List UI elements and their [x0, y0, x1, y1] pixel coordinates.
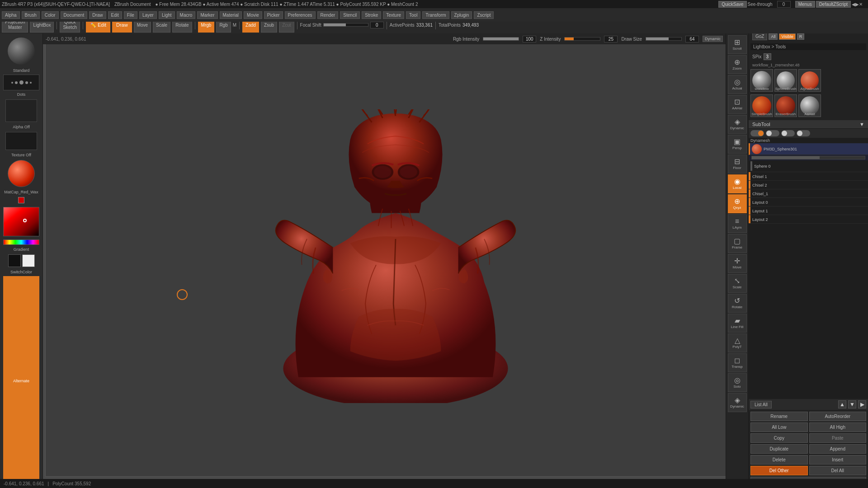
simple-brush-thumb[interactable]: SimpleBrush [750, 94, 773, 117]
floor-btn[interactable]: ⊟ Floor [728, 155, 747, 174]
z-intensity-slider[interactable] [564, 37, 600, 41]
qxyz-btn[interactable]: ⊕ Qxyz [728, 194, 747, 213]
solo-btn[interactable]: ◎ Solo [728, 373, 747, 392]
menu-movie[interactable]: Movie [244, 11, 262, 19]
subtool-item-layout2[interactable]: Layout 2 [749, 215, 868, 224]
subtool-item-pm3d[interactable]: PM3D_Sphere301 [749, 143, 868, 155]
menu-stroke[interactable]: Stroke [362, 11, 381, 19]
menu-stencil[interactable]: Stencil [340, 11, 360, 19]
all-low-button[interactable]: All Low [750, 422, 808, 432]
menu-material[interactable]: Material [220, 11, 242, 19]
menus-button[interactable]: Menus [795, 1, 815, 8]
local-btn[interactable]: ◉ Local [728, 174, 747, 193]
menu-document[interactable]: Document [61, 11, 88, 19]
r-button[interactable]: R [797, 33, 805, 40]
swatch-white[interactable] [22, 254, 35, 267]
menu-transform[interactable]: Transform [422, 11, 449, 19]
del-other-button[interactable]: Del Other [750, 466, 808, 475]
rgb-intensity-slider[interactable] [483, 37, 519, 41]
main-canvas[interactable] [43, 33, 748, 479]
scroll-btn[interactable]: ⊞ Scroll [728, 35, 747, 54]
subtool-item-chisel1[interactable]: Chisel 1 [749, 172, 868, 181]
menu-picker[interactable]: Picker [264, 11, 283, 19]
menu-alpha[interactable]: Alpha [2, 11, 20, 19]
menu-macro[interactable]: Macro [177, 11, 196, 19]
dots-preview[interactable] [3, 75, 39, 90]
rotate-vi-btn[interactable]: ↺ Rotate [728, 294, 747, 313]
swatch-black[interactable] [8, 254, 21, 267]
brush-thumb-1[interactable]: workflow [750, 69, 773, 92]
linepit-btn[interactable]: ▰ Line Fill [728, 314, 747, 333]
subtool-toggle-4[interactable] [797, 130, 810, 136]
transp-btn[interactable]: ◻ Transp [728, 353, 747, 372]
menu-texture[interactable]: Texture [383, 11, 404, 19]
color-picker[interactable] [3, 207, 39, 236]
frame-btn[interactable]: ▢ Frame [728, 234, 747, 253]
subtool-header[interactable]: SubTool ▼ [749, 120, 868, 129]
subtool-item-chisel1b[interactable]: Chisel_1 [749, 189, 868, 198]
subtool-item-chisel2[interactable]: Chisel 2 [749, 181, 868, 189]
polyt-btn[interactable]: △ PolyT [728, 333, 747, 352]
copy-button[interactable]: Copy [750, 433, 808, 443]
dynamic2-vi-btn[interactable]: ◈ Dynamic [728, 393, 747, 412]
alpha-brush-thumb[interactable]: AlphaBrush [798, 69, 821, 92]
subtool-toggle-2[interactable] [766, 130, 779, 136]
rename-button[interactable]: Rename [750, 412, 808, 421]
menu-render[interactable]: Render [317, 11, 339, 19]
menu-preferences[interactable]: Preferences [285, 11, 316, 19]
subtool-toggle-1[interactable] [750, 130, 764, 136]
delete-button[interactable]: Delete [750, 455, 808, 465]
draw-size-slider[interactable] [646, 37, 682, 41]
paste-button[interactable]: Paste [809, 433, 867, 443]
menu-zplugin[interactable]: Zplugin [451, 11, 472, 19]
aahal-brush-thumb[interactable]: AaHall [798, 94, 821, 117]
dynamic-button[interactable]: Dynamic [703, 36, 723, 42]
subtool-item-layout1[interactable]: Layout 1 [749, 206, 868, 215]
aahal-btn[interactable]: ⊡ AAHal [728, 95, 747, 114]
persp-btn[interactable]: ▣ Persp [728, 135, 747, 154]
visible-button[interactable]: Visible [779, 33, 795, 40]
zoom-btn[interactable]: ⊕ Zoom [728, 55, 747, 74]
move-vi-btn[interactable]: ✛ Move [728, 254, 747, 273]
duplicate-button[interactable]: Duplicate [750, 444, 808, 454]
list-all-button[interactable]: List All [750, 401, 772, 408]
quicksave-button[interactable]: QuickSave [718, 1, 746, 8]
menu-zscript[interactable]: Zscript [474, 11, 494, 19]
menu-edit[interactable]: Edit [108, 11, 122, 19]
all-high-button[interactable]: All High [809, 422, 867, 432]
arrow-down-button[interactable]: ▼ [848, 400, 856, 408]
alpha-preview[interactable] [5, 99, 37, 122]
menu-file[interactable]: File [124, 11, 137, 19]
matcap-preview[interactable] [8, 160, 35, 187]
subtool-toggle-3[interactable] [781, 130, 795, 136]
color-indicator[interactable] [18, 197, 24, 203]
menu-brush[interactable]: Brush [22, 11, 40, 19]
arrow-right-button[interactable]: ▶ [858, 400, 866, 408]
actual-btn[interactable]: ◎ Actual [728, 75, 747, 94]
menu-marker[interactable]: Marker [197, 11, 217, 19]
subtool-slider[interactable] [751, 156, 865, 160]
menu-light[interactable]: Light [159, 11, 175, 19]
menu-layer[interactable]: Layer [139, 11, 157, 19]
sphere-brush-thumb[interactable]: SphereBrush [774, 69, 797, 92]
autoreorder-button[interactable]: AutoReorder [809, 412, 867, 421]
alternate-button[interactable]: Alternate [3, 276, 39, 486]
goz-button[interactable]: GoZ [752, 33, 767, 40]
menu-draw[interactable]: Draw [89, 11, 106, 19]
dynamic-vi-btn[interactable]: ◈ Dynamic [728, 115, 747, 134]
menu-tool[interactable]: Tool [406, 11, 420, 19]
model-viewport[interactable] [46, 36, 745, 476]
hue-slider[interactable] [3, 239, 39, 245]
eraser-brush-thumb[interactable]: EraserBrush [774, 94, 797, 117]
arrow-up-button[interactable]: ▲ [838, 400, 846, 408]
focal-shift-slider[interactable] [323, 23, 368, 27]
subtool-item-sphere0[interactable]: Sphere 0 [749, 160, 868, 172]
texture-preview[interactable] [5, 132, 37, 150]
all-button[interactable]: All [769, 33, 778, 40]
brush-preview-sphere[interactable] [8, 38, 35, 65]
append-button[interactable]: Append [809, 444, 867, 454]
laym-btn[interactable]: ≡ LAym [728, 214, 747, 233]
default-zscript-button[interactable]: DefaultZScript [816, 1, 851, 8]
del-all-button[interactable]: Del All [809, 466, 867, 475]
subtool-item-layout0[interactable]: Layout 0 [749, 198, 868, 206]
